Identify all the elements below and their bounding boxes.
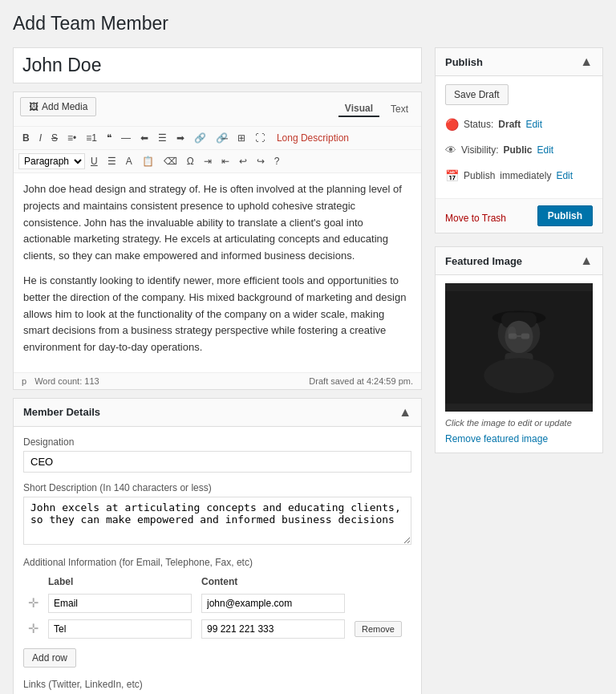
featured-image-collapse-icon: ▲ <box>580 254 593 268</box>
help-button[interactable]: ? <box>270 153 284 169</box>
publish-timing: immediately <box>500 166 551 185</box>
publish-label-text: Publish <box>464 166 495 185</box>
redo-button[interactable]: ↪ <box>253 153 269 169</box>
designation-field: Designation <box>23 436 411 473</box>
undo-button[interactable]: ↩ <box>235 153 251 169</box>
paragraph-select[interactable]: Paragraph <box>18 153 85 169</box>
indent-button[interactable]: ⇥ <box>200 153 216 169</box>
publish-footer: Move to Trash Publish <box>436 198 602 233</box>
info-label-input[interactable] <box>48 594 192 613</box>
bold-button[interactable]: B <box>18 130 34 146</box>
italic-button[interactable]: I <box>35 130 46 146</box>
status-row: 🔴 Status: Draft Edit <box>445 113 593 136</box>
member-details-body: Designation Short Description (In 140 ch… <box>14 427 421 694</box>
member-name-input[interactable] <box>13 47 422 83</box>
editor-toolbar-row2: Paragraph U ☰ A 📋 ⌫ Ω ⇥ ⇤ ↩ ↪ ? <box>14 150 421 173</box>
special-char-button[interactable]: Ω <box>183 153 198 169</box>
content-paragraph-2: He is constantly looking to identify new… <box>23 273 411 356</box>
featured-image-preview[interactable] <box>445 283 593 412</box>
svg-rect-6 <box>521 333 530 339</box>
status-icon: 🔴 <box>445 113 459 136</box>
long-description-annotation: Long Description <box>277 132 349 144</box>
publish-button[interactable]: Publish <box>537 205 593 226</box>
publish-timing-edit-link[interactable]: Edit <box>556 166 573 185</box>
ul-button[interactable]: ≡• <box>63 130 80 146</box>
editor-box: 🖼 Add Media Visual Text B I S ≡• ≡1 ❝ <box>13 91 422 390</box>
move-to-trash-link[interactable]: Move to Trash <box>445 213 506 224</box>
publish-collapse-icon: ▲ <box>580 55 593 69</box>
editor-content[interactable]: John doe head design and strategy of. He… <box>14 173 421 372</box>
content-paragraph-1: John doe head design and strategy of. He… <box>23 181 411 265</box>
status-edit-link[interactable]: Edit <box>525 115 542 134</box>
remove-row-button[interactable]: Remove <box>355 621 402 637</box>
svg-point-9 <box>484 358 554 393</box>
editor-footer: p Word count: 113 Draft saved at 4:24:59… <box>14 372 421 389</box>
publish-box-body: Save Draft 🔴 Status: Draft Edit 👁 Visibi… <box>436 76 602 198</box>
visibility-icon: 👁 <box>445 139 456 161</box>
align-left-button[interactable]: ⬅ <box>136 130 152 146</box>
member-details-title: Member Details <box>23 406 100 418</box>
blockquote-button[interactable]: ❝ <box>103 130 116 146</box>
tab-visual[interactable]: Visual <box>338 101 379 117</box>
collapse-arrow-icon: ▲ <box>399 405 411 420</box>
drag-handle-icon[interactable]: ✛ <box>28 622 38 635</box>
editor-path: p <box>22 376 26 386</box>
info-label-input[interactable] <box>48 619 192 639</box>
ol-button[interactable]: ≡1 <box>82 130 101 146</box>
links-section-label: Links (Twitter, LinkedIn, etc) <box>23 679 411 690</box>
text-color-button[interactable]: A <box>122 153 136 169</box>
designation-input[interactable] <box>23 451 411 473</box>
hr-button[interactable]: — <box>117 130 135 146</box>
save-draft-button[interactable]: Save Draft <box>445 84 509 105</box>
additional-info-section: Additional Information (for Email, Telep… <box>23 557 411 668</box>
table-row: ✛ <box>23 591 411 616</box>
media-icon: 🖼 <box>29 101 38 112</box>
paste-text-button[interactable]: 📋 <box>138 153 158 169</box>
short-desc-field: Short Description (In 140 characters or … <box>23 482 411 547</box>
visibility-row: 👁 Visibility: Public Edit <box>445 139 593 161</box>
featured-image-caption: Click the image to edit or update <box>445 418 593 428</box>
col-label-header: Label <box>43 573 197 591</box>
add-media-button[interactable]: 🖼 Add Media <box>20 97 96 116</box>
tab-text[interactable]: Text <box>384 101 415 117</box>
short-desc-label: Short Description (In 140 characters or … <box>23 482 411 493</box>
insert-button[interactable]: ⊞ <box>233 130 249 146</box>
publish-meta: 🔴 Status: Draft Edit 👁 Visibility: Publi… <box>445 113 593 187</box>
svg-point-10 <box>508 327 517 338</box>
clear-format-button[interactable]: ⌫ <box>160 153 181 169</box>
calendar-icon: 📅 <box>445 164 459 187</box>
underline-button[interactable]: U <box>87 153 102 169</box>
draft-saved: Draft saved at 4:24:59 pm. <box>309 376 413 386</box>
visibility-edit-link[interactable]: Edit <box>537 140 553 160</box>
drag-handle-icon[interactable]: ✛ <box>28 596 38 610</box>
unlink-button[interactable]: 🔗̶ <box>212 130 232 146</box>
publish-box-title: Publish <box>445 56 483 68</box>
add-row-button[interactable]: Add row <box>23 648 76 668</box>
remove-featured-image-link[interactable]: Remove featured image <box>445 433 548 444</box>
add-media-label: Add Media <box>42 101 87 112</box>
link-button[interactable]: 🔗 <box>190 130 210 146</box>
editor-toolbar-row1: B I S ≡• ≡1 ❝ — ⬅ ☰ ➡ 🔗 🔗̶ ⊞ ⛶ Long Desc… <box>14 127 421 150</box>
status-label: Status: <box>464 115 493 134</box>
featured-image-body: Click the image to edit or update Remove… <box>436 275 602 453</box>
fullscreen-button[interactable]: ⛶ <box>251 130 269 146</box>
align-right-button[interactable]: ➡ <box>172 130 188 146</box>
additional-info-label: Additional Information (for Email, Telep… <box>23 557 411 568</box>
publish-box-header[interactable]: Publish ▲ <box>436 48 602 76</box>
info-content-input[interactable] <box>201 619 345 639</box>
page-title: Add Team Member <box>13 13 603 34</box>
featured-image-title: Featured Image <box>445 255 522 267</box>
align-center-button[interactable]: ☰ <box>154 130 171 146</box>
table-row: ✛ Remove <box>23 616 411 642</box>
member-details-header[interactable]: Member Details ▲ <box>14 399 421 427</box>
justify-button[interactable]: ☰ <box>103 153 120 169</box>
short-desc-textarea[interactable] <box>23 497 411 545</box>
links-section: Links (Twitter, LinkedIn, etc) Icon Link <box>23 679 411 694</box>
info-content-input[interactable] <box>201 594 345 613</box>
featured-image-header[interactable]: Featured Image ▲ <box>436 247 602 275</box>
outdent-button[interactable]: ⇤ <box>217 153 233 169</box>
publish-timing-row: 📅 Publish immediately Edit <box>445 164 593 187</box>
strikethrough-button[interactable]: S <box>47 130 62 146</box>
status-value: Draft <box>498 115 521 134</box>
additional-info-table: Label Content ✛ <box>23 573 411 642</box>
